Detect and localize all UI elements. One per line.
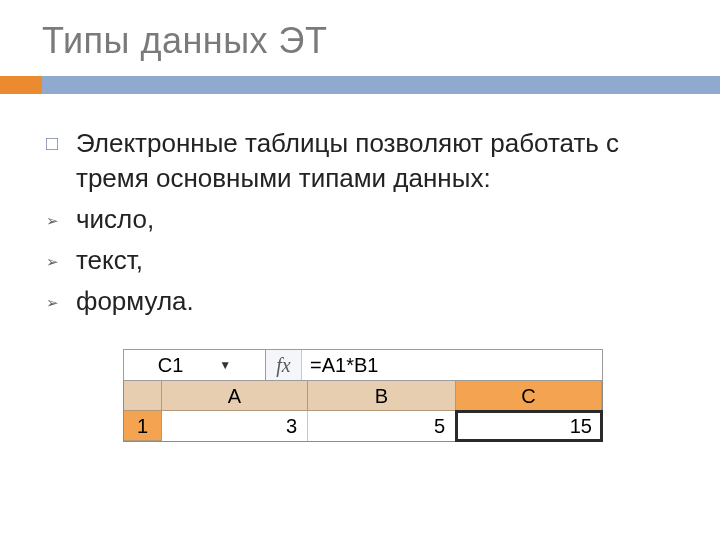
- item-text: формула.: [76, 284, 680, 319]
- name-box[interactable]: C1 ▼: [124, 350, 266, 380]
- row-header-1[interactable]: 1: [124, 411, 162, 441]
- grid: A B C 1 3 5 15: [123, 381, 603, 442]
- arrow-bullet-icon: ➢: [46, 284, 76, 313]
- slide-title: Типы данных ЭТ: [42, 20, 720, 62]
- accent-blue: [42, 76, 720, 94]
- accent-orange: [0, 76, 42, 94]
- spreadsheet-mock: C1 ▼ fx =A1*B1 A B C 1 3 5 15: [123, 349, 603, 442]
- cell-a1[interactable]: 3: [162, 411, 308, 441]
- item-text: число,: [76, 202, 680, 237]
- arrow-bullet-icon: ➢: [46, 202, 76, 231]
- item-text: текст,: [76, 243, 680, 278]
- col-header-c[interactable]: C: [456, 381, 602, 411]
- col-header-b[interactable]: B: [308, 381, 456, 411]
- title-block: Типы данных ЭТ: [0, 0, 720, 70]
- cell-c1[interactable]: 15: [456, 411, 602, 441]
- name-box-value: C1: [158, 354, 184, 377]
- select-all-corner[interactable]: [124, 381, 162, 411]
- dropdown-icon[interactable]: ▼: [219, 358, 231, 372]
- cell-b1[interactable]: 5: [308, 411, 456, 441]
- arrow-bullet-icon: ➢: [46, 243, 76, 272]
- fx-label[interactable]: fx: [266, 350, 302, 380]
- col-header-a[interactable]: A: [162, 381, 308, 411]
- content-area: □ Электронные таблицы позволяют работать…: [0, 94, 720, 442]
- list-item: ➢ число,: [46, 202, 680, 237]
- formula-input[interactable]: =A1*B1: [302, 350, 602, 380]
- list-item: ➢ формула.: [46, 284, 680, 319]
- list-item: ➢ текст,: [46, 243, 680, 278]
- formula-bar: C1 ▼ fx =A1*B1: [123, 349, 603, 381]
- list-item: □ Электронные таблицы позволяют работать…: [46, 126, 680, 196]
- square-bullet-icon: □: [46, 126, 76, 157]
- intro-text: Электронные таблицы позволяют работать с…: [76, 126, 680, 196]
- accent-line: [0, 76, 720, 94]
